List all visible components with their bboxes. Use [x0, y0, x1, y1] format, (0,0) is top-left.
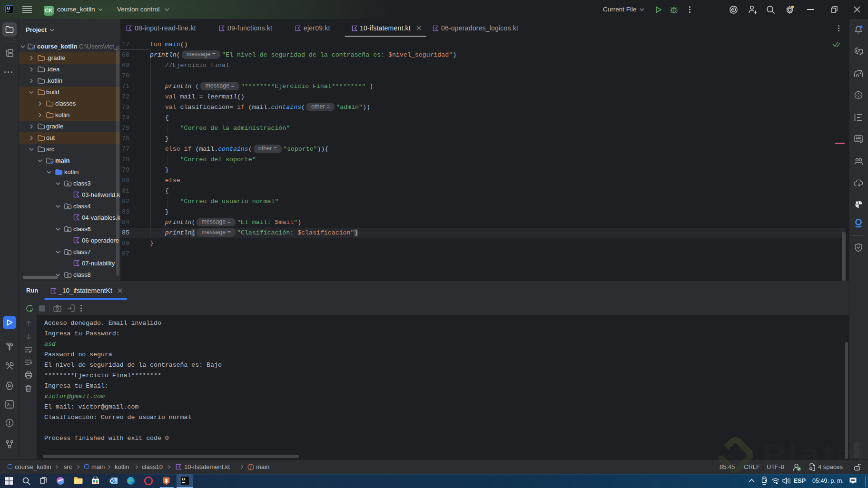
svg-text:f: f: [250, 465, 252, 469]
